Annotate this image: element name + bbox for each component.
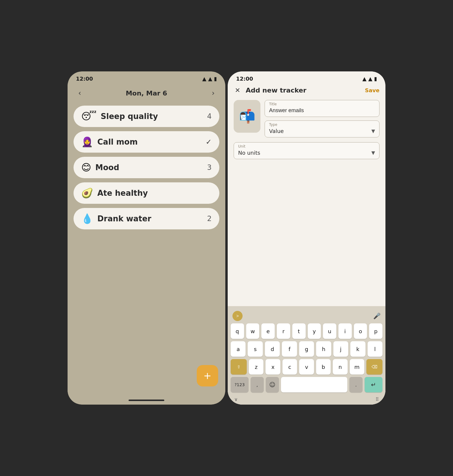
tracker-item[interactable]: 💧 Drank water 2 — [74, 208, 219, 229]
tracker-emoji: 💧 — [81, 214, 93, 223]
keyboard-row-2: a s d f g h j k l — [231, 341, 382, 357]
type-dropdown-arrow-icon: ▼ — [371, 128, 375, 134]
key-a[interactable]: a — [231, 341, 246, 357]
tracker-value: 2 — [207, 214, 212, 223]
current-date: Mon, Mar 6 — [126, 90, 167, 97]
tracker-item[interactable]: 😊 Mood 3 — [74, 157, 219, 178]
add-tracker-fab[interactable]: + — [197, 365, 218, 386]
delete-key[interactable]: ⌫ — [366, 359, 382, 375]
emoji-picker-button[interactable]: 📬 — [234, 100, 260, 133]
next-date-button[interactable]: › — [209, 88, 217, 98]
key-r[interactable]: r — [277, 323, 290, 339]
tracker-name: Drank water — [97, 214, 151, 223]
wifi-icon: ▲ — [362, 76, 366, 82]
status-icons-2: ▲ ▲ ▮ — [362, 76, 377, 82]
status-bar-2: 12:00 ▲ ▲ ▮ — [228, 71, 385, 83]
time-1: 12:00 — [76, 76, 93, 82]
key-o[interactable]: o — [354, 323, 367, 339]
keyboard: > 🎤 q w e r t y u i — [228, 306, 385, 405]
add-tracker-header: ✕ Add new tracker Save — [228, 83, 385, 100]
key-f[interactable]: f — [282, 341, 297, 357]
key-l[interactable]: l — [368, 341, 382, 357]
title-field-group: Title — [265, 100, 379, 117]
key-j[interactable]: j — [333, 341, 348, 357]
key-i[interactable]: i — [338, 323, 352, 339]
nav-header: ‹ Mon, Mar 6 › — [74, 83, 219, 106]
keyboard-toolbar: > 🎤 — [229, 309, 384, 323]
key-s[interactable]: s — [248, 341, 263, 357]
type-select-value: Value — [269, 128, 284, 134]
battery-icon: ▮ — [374, 76, 377, 82]
keyboard-expand-button[interactable]: > — [232, 311, 243, 321]
space-key[interactable] — [281, 377, 347, 392]
key-t[interactable]: t — [292, 323, 306, 339]
key-n[interactable]: n — [333, 359, 347, 375]
key-p[interactable]: p — [369, 323, 382, 339]
period-key[interactable]: . — [349, 377, 363, 392]
phone-2: 12:00 ▲ ▲ ▮ ✕ Add new tracker Save — [228, 71, 385, 405]
key-v[interactable]: v — [299, 359, 314, 375]
enter-key[interactable]: ↵ — [365, 377, 382, 392]
battery-icon: ▮ — [214, 76, 217, 82]
key-y[interactable]: y — [308, 323, 321, 339]
save-button[interactable]: Save — [365, 87, 379, 93]
tracker-checkmark: ✓ — [206, 138, 212, 146]
key-u[interactable]: u — [323, 323, 336, 339]
form-row-top: 📬 Title Type Value — [234, 100, 379, 137]
prev-date-button[interactable]: ‹ — [76, 88, 84, 98]
tracker-emoji: 😴 — [81, 112, 96, 121]
close-button[interactable]: ✕ — [234, 85, 241, 95]
unit-select-value: No units — [238, 150, 260, 156]
title-input[interactable] — [269, 107, 375, 114]
microphone-button[interactable]: 🎤 — [373, 312, 381, 320]
type-field-group[interactable]: Type Value ▼ — [265, 120, 379, 137]
key-m[interactable]: m — [350, 359, 364, 375]
key-z[interactable]: z — [249, 359, 263, 375]
key-b[interactable]: b — [316, 359, 331, 375]
tracker-name: Ate healthy — [97, 189, 148, 198]
tracker-name: Mood — [95, 163, 119, 172]
phone-1: 12:00 ▲ ▲ ▮ ‹ Mon, Mar 6 › — [68, 71, 225, 405]
key-q[interactable]: q — [231, 323, 244, 339]
tracker-name: Call mom — [97, 137, 138, 146]
status-bar-1: 12:00 ▲ ▲ ▮ — [68, 71, 225, 83]
tracker-item[interactable]: 😴 Sleep quality 4 — [74, 106, 219, 127]
keyboard-row-1: q w e r t y u i o p — [231, 323, 382, 339]
key-d[interactable]: d — [265, 341, 280, 357]
signal-icon: ▲ — [368, 76, 372, 82]
tracker-emoji: 🧕 — [81, 137, 93, 147]
key-w[interactable]: w — [246, 323, 260, 339]
key-k[interactable]: k — [350, 341, 365, 357]
selected-emoji: 📬 — [239, 109, 255, 124]
keyboard-handle-row: ∨ ⠿ — [229, 394, 384, 405]
comma-key[interactable]: , — [251, 377, 264, 392]
key-c[interactable]: c — [282, 359, 297, 375]
key-e[interactable]: e — [261, 323, 275, 339]
tracker-item[interactable]: 🥑 Ate healthy — [74, 182, 219, 204]
home-indicator — [129, 400, 164, 401]
shift-key[interactable]: ⇧ — [231, 359, 247, 375]
unit-field-group[interactable]: Unit No units ▼ — [234, 142, 379, 159]
keyboard-switcher-icon[interactable]: ⠿ — [375, 397, 379, 402]
keyboard-rows: q w e r t y u i o p a — [229, 323, 384, 375]
key-h[interactable]: h — [316, 341, 331, 357]
tracker-value: 4 — [207, 112, 212, 120]
key-g[interactable]: g — [299, 341, 314, 357]
tracker-item[interactable]: 🧕 Call mom ✓ — [74, 131, 219, 153]
status-icons-1: ▲ ▲ ▮ — [202, 76, 217, 82]
tracker-name: Sleep quality — [101, 112, 158, 121]
emoji-key[interactable]: ☺ — [266, 377, 279, 392]
wifi-icon: ▲ — [202, 76, 206, 82]
numbers-key[interactable]: ?123 — [231, 377, 249, 392]
unit-dropdown-arrow-icon: ▼ — [371, 150, 375, 156]
key-x[interactable]: x — [265, 359, 280, 375]
tracker-emoji: 🥑 — [81, 188, 93, 198]
form-area: 📬 Title Type Value — [228, 100, 385, 306]
keyboard-collapse-button[interactable]: ∨ — [234, 397, 238, 402]
tracker-value: 3 — [207, 163, 212, 172]
unit-field-label: Unit — [238, 144, 375, 148]
time-2: 12:00 — [236, 76, 253, 82]
type-field-label: Type — [269, 123, 375, 127]
page-title: Add new tracker — [246, 87, 361, 94]
form-fields: Title Type Value ▼ — [265, 100, 379, 137]
